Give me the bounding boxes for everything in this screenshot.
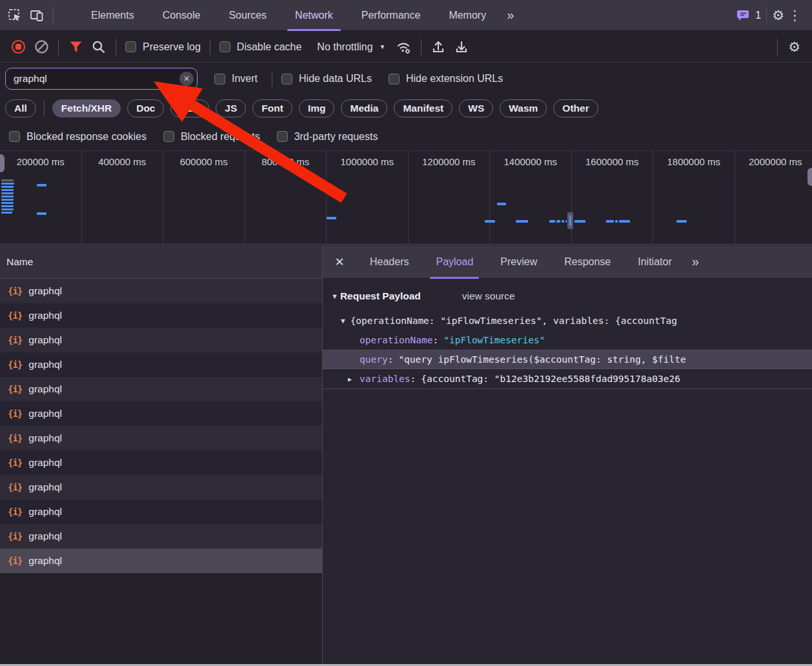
request-name: graphql <box>28 432 62 444</box>
network-settings-gear-icon[interactable]: ⚙ <box>788 39 800 55</box>
divider <box>116 39 116 56</box>
request-row[interactable]: {i}graphql <box>0 279 322 303</box>
clear-button[interactable] <box>30 36 53 58</box>
filter-pill-wasm[interactable]: Wasm <box>500 99 547 117</box>
issues-counter[interactable]: 1 <box>736 9 761 22</box>
name-column-header[interactable]: Name <box>0 245 322 279</box>
import-har-icon[interactable] <box>427 36 450 58</box>
filter-pill-ws[interactable]: WS <box>459 99 493 117</box>
collapse-triangle-icon[interactable]: ▼ <box>331 292 338 300</box>
hide-data-urls-checkbox[interactable]: Hide data URLs <box>281 73 372 85</box>
request-name: graphql <box>28 383 62 395</box>
devtools-tab-bar: ElementsConsoleSourcesNetworkPerformance… <box>0 0 812 31</box>
filter-pill-all[interactable]: All <box>5 99 36 117</box>
more-tabs-icon[interactable]: » <box>500 8 519 23</box>
hide-extension-urls-checkbox[interactable]: Hide extension URLs <box>389 73 503 85</box>
payload-entry-query[interactable]: query:"query ipFlowTimeseries($accountTa… <box>323 350 812 369</box>
expand-triangle-icon[interactable]: ▶ <box>348 376 360 383</box>
tab-network[interactable]: Network <box>281 0 347 31</box>
details-tab-preview[interactable]: Preview <box>487 245 551 279</box>
filter-pill-font[interactable]: Font <box>252 99 292 117</box>
preserve-log-checkbox[interactable]: Preserve log <box>125 41 201 53</box>
filter-input[interactable] <box>5 68 198 90</box>
divider <box>44 100 45 117</box>
filter-pill-img[interactable]: Img <box>299 99 335 117</box>
tab-console[interactable]: Console <box>148 0 215 31</box>
request-row[interactable]: {i}graphql <box>0 549 322 573</box>
record-button[interactable] <box>6 36 30 58</box>
device-toolbar-icon[interactable] <box>26 5 48 26</box>
overview-bar <box>1 199 14 201</box>
tab-sources[interactable]: Sources <box>214 0 281 31</box>
filter-pill-manifest[interactable]: Manifest <box>394 99 452 117</box>
filter-toggle-icon[interactable] <box>64 36 87 58</box>
3rd-party-requests-checkbox[interactable]: 3rd-party requests <box>277 131 378 143</box>
close-details-icon[interactable]: ✕ <box>323 255 356 269</box>
request-row[interactable]: {i}graphql <box>0 401 322 426</box>
more-details-tabs-icon[interactable]: » <box>685 254 704 269</box>
inspect-element-icon[interactable] <box>4 5 26 26</box>
overview-bar <box>327 217 336 219</box>
tab-performance[interactable]: Performance <box>347 0 435 31</box>
payload-entry-operationname[interactable]: operationName:"ipFlowTimeseries" <box>323 330 812 350</box>
tab-memory[interactable]: Memory <box>434 0 500 31</box>
overview-bar <box>1 189 14 191</box>
disable-cache-checkbox[interactable]: Disable cache <box>219 41 302 53</box>
overview-bar <box>562 220 564 223</box>
fetch-xhr-icon: {i} <box>8 458 22 468</box>
overview-column: 800000 ms <box>245 151 327 244</box>
request-row[interactable]: {i}graphql <box>0 450 322 475</box>
tab-elements[interactable]: Elements <box>77 0 148 31</box>
overview-bar <box>485 220 495 223</box>
colon: : <box>411 374 416 384</box>
details-tab-initiator[interactable]: Initiator <box>624 245 685 279</box>
kebab-menu-icon[interactable]: ⋮ <box>784 8 806 23</box>
network-overview[interactable]: 200000 ms400000 ms600000 ms800000 ms1000… <box>0 150 812 245</box>
filter-pill-fetch-xhr[interactable]: Fetch/XHR <box>52 99 121 117</box>
request-row[interactable]: {i}graphql <box>0 500 322 524</box>
invert-checkbox[interactable]: Invert <box>214 73 258 85</box>
request-name: graphql <box>28 334 62 346</box>
details-tab-headers[interactable]: Headers <box>356 245 422 279</box>
hide-data-urls-label: Hide data URLs <box>299 73 372 85</box>
settings-gear-icon[interactable]: ⚙ <box>772 8 784 23</box>
filter-pill-css[interactable]: CSS <box>170 99 209 117</box>
export-har-icon[interactable] <box>450 36 473 58</box>
overview-scroll-handle-left[interactable] <box>0 154 5 172</box>
payload-entry-variables[interactable]: ▶variables:{accountTag: "b12e3b2192ee558… <box>323 369 812 388</box>
overview-bar <box>1 186 14 188</box>
payload-root-row[interactable]: ▼ {operationName: "ipFlowTimeseries", va… <box>323 311 812 330</box>
details-tab-response[interactable]: Response <box>551 245 624 279</box>
request-row[interactable]: {i}graphql <box>0 303 322 328</box>
blocked-requests-label: Blocked requests <box>181 131 260 143</box>
request-payload-title: Request Payload <box>340 290 421 302</box>
request-row[interactable]: {i}graphql <box>0 328 322 352</box>
request-row[interactable]: {i}graphql <box>0 475 322 500</box>
request-name: graphql <box>28 530 62 542</box>
blocked-requests-checkbox[interactable]: Blocked requests <box>163 131 260 143</box>
hide-extension-urls-label: Hide extension URLs <box>406 73 503 85</box>
clear-filter-icon[interactable]: ✕ <box>179 72 194 86</box>
requests-pane: Name {i}graphql{i}graphql{i}graphql{i}gr… <box>0 245 323 664</box>
throttling-dropdown[interactable]: No throttling ▼ <box>317 41 385 53</box>
panel-tabs: ElementsConsoleSourcesNetworkPerformance… <box>77 0 500 31</box>
request-row[interactable]: {i}graphql <box>0 352 322 377</box>
network-conditions-icon[interactable] <box>392 36 416 58</box>
filter-pill-other[interactable]: Other <box>553 99 598 117</box>
overview-bar <box>1 205 14 207</box>
overview-scroll-handle-right[interactable] <box>807 168 812 186</box>
checkbox <box>277 131 288 142</box>
search-icon[interactable] <box>87 36 110 58</box>
request-row[interactable]: {i}graphql <box>0 426 322 450</box>
filter-pill-media[interactable]: Media <box>341 99 387 117</box>
overview-column: 1800000 ms <box>653 151 735 244</box>
view-source-link[interactable]: view source <box>462 290 515 302</box>
details-tab-payload[interactable]: Payload <box>422 245 487 279</box>
request-type-filters: AllFetch/XHRDocCSSJSFontImgMediaManifest… <box>0 94 812 123</box>
request-row[interactable]: {i}graphql <box>0 524 322 549</box>
fetch-xhr-icon: {i} <box>8 433 22 443</box>
filter-pill-doc[interactable]: Doc <box>127 99 164 117</box>
request-row[interactable]: {i}graphql <box>0 377 322 401</box>
blocked-response-cookies-checkbox[interactable]: Blocked response cookies <box>9 131 147 143</box>
filter-pill-js[interactable]: JS <box>216 99 246 117</box>
